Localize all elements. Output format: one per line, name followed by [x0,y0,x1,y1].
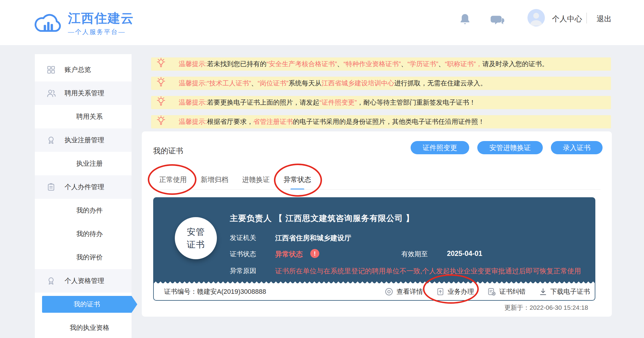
sidebar-item-label: 我的办件 [76,206,103,215]
status-badge: 异常状态 [275,250,303,259]
logout-link[interactable]: 退出 [597,14,612,24]
user-avatar[interactable] [527,9,545,26]
sidebar-item-label: 我的评价 [76,253,103,262]
nav-divider [586,13,587,23]
panel-button-3[interactable]: 录入证书 [551,141,603,154]
my-certificates-panel: 我的证书 证件照变更安管进赣换证录入证书 正常使用新增归档进赣换证异常状态 安管… [142,131,612,317]
status-label: 证书状态 [230,250,256,259]
certificate-number-label: 证书编号： [164,288,197,295]
tip-text-segment: 的电子证书采用的是身份证照片，其他类电子证书任沿用证件照！ [293,117,485,126]
tip-text-segment: 若要更换电子证书上面的照片，请发起 [207,98,319,107]
notification-bell-icon[interactable] [459,13,471,26]
sidebar-item-6[interactable]: 我的办件 [35,199,132,222]
cloud-logo-icon [33,9,63,38]
sidebar-item-7[interactable]: 我的待办 [35,222,132,246]
badge-line2: 证书 [187,238,205,251]
tip-text-segment: 省管注册证书 [253,117,293,126]
sidebar-item-1[interactable]: 聘用关系管理 [35,81,132,105]
certificate-actions: 查看详情业务办理证书纠错下载电子证书 [384,287,590,296]
sidebar-item-2[interactable]: 聘用关系 [35,105,132,128]
certificate-action-4[interactable]: 下载电子证书 [539,287,590,296]
sidebar-menu: 账户总览聘用关系管理聘用关系执业注册管理执业注册个人办件管理我的办件我的待办我的… [35,54,132,338]
grid-icon [47,65,56,75]
award-icon [47,276,56,286]
sidebar-item-9[interactable]: 个人资格管理 [35,269,132,293]
sidebar-item-label: 我的执业资格 [70,323,109,332]
sidebar-item-8[interactable]: 我的评价 [35,246,132,269]
serrated-edge [153,280,595,283]
certificate-card: 安管 证书 主要负责人 【 江西思文建筑咨询服务有限公司 】 发证机关 江西省住… [153,197,595,301]
tab-3[interactable]: 进赣换证 [242,175,270,184]
tab-1[interactable]: 正常使用 [159,175,187,184]
tip-text-segment: 温馨提示: [179,60,207,69]
certificate-title: 主要负责人 【 江西思文建筑咨询服务有限公司 】 [230,213,414,224]
download-icon [539,287,547,296]
tab-4-active[interactable]: 异常状态 [284,175,311,184]
issuer-label: 发证机关 [230,233,256,242]
page-title: 我的证书 [153,146,183,156]
tip-text-segment: 根据省厅要求， [207,117,253,126]
top-header: 江西住建云 —个人服务平台— 个人中心 退出 [0,0,644,45]
sidebar-active-banner[interactable]: 我的证书 [42,296,132,313]
tip-text-segment: “安全生产考核合格证书” [266,60,337,69]
sidebar-item-label: 执业注册管理 [65,136,104,145]
brand-subtitle: —个人服务平台— [68,28,134,36]
exclamation-icon: ! [310,249,319,258]
action-label: 查看详情 [396,287,423,296]
sidebar-item-10-active[interactable]: 我的证书 [35,293,132,316]
lightbulb-icon [156,115,172,128]
certificate-action-3[interactable]: 证书纠错 [487,287,526,296]
sidebar-item-label: 聘用关系管理 [65,89,104,98]
award-icon [47,135,56,145]
updated-timestamp: 更新于：2022-06-30 15:24:18 [504,303,588,312]
tip-text-segment: 江西省城乡建设培训中心 [321,79,394,88]
panel-button-2[interactable]: 安管进赣换证 [477,141,543,154]
sidebar-item-label: 个人资格管理 [65,276,104,285]
tip-banner-1: 温馨提示: 若未找到您已持有的 “安全生产考核合格证书” 、 “特种作业资格证书… [151,57,611,71]
tab-2[interactable]: 新增归档 [201,175,228,184]
certificate-card-body: 安管 证书 主要负责人 【 江西思文建筑咨询服务有限公司 】 发证机关 江西省住… [153,197,595,280]
issuer-value: 江西省住房和城乡建设厅 [275,233,351,243]
sidebar-item-4[interactable]: 执业注册 [35,152,132,175]
updated-label: 更新于： [504,304,530,311]
sidebar-item-3[interactable]: 执业注册管理 [35,128,132,152]
personal-center-link[interactable]: 个人中心 [552,14,582,24]
action-label: 下载电子证书 [550,287,590,296]
tip-text-segment: 、 [337,60,344,69]
tip-text-segment: 若未找到您已持有的 [207,60,266,69]
updated-time: 2022-06-30 15:24:18 [530,304,588,311]
valid-until-label: 有效期至 [401,250,428,259]
tip-text-segment: 、 [251,79,258,88]
tip-text-segment: 、 [438,60,445,69]
clipboard-icon [47,182,56,192]
sidebar-item-label: 我的证书 [74,300,100,309]
lightbulb-icon [156,58,172,70]
sidebar-item-0[interactable]: 账户总览 [35,58,132,81]
action-label: 证书纠错 [499,287,526,296]
tip-text-segment: 温馨提示: [179,98,207,107]
tip-text-segment: 温馨提示: [179,117,207,126]
sidebar-item-label: 账户总览 [65,65,91,74]
certificate-footer: 证书编号：赣建安A(2019)3008888 查看详情业务办理证书纠错下载电子证… [153,283,595,301]
certificate-action-1[interactable]: 查看详情 [384,287,423,296]
lightbulb-icon [156,77,172,90]
tabs-separator [153,189,600,190]
correct-icon [487,287,496,296]
sidebar-item-label: 执业注册 [76,159,103,168]
brand-logo-group: 江西住建云 —个人服务平台— [33,9,134,38]
tip-text-segment: “证件照变更” [319,98,357,107]
tip-text-segment: “学历证书” [407,60,438,69]
certificate-action-2[interactable]: 业务办理 [436,287,474,296]
tip-text-segment: 请及时录入您的证书。 [482,60,548,69]
panel-button-1[interactable]: 证件照变更 [411,141,469,154]
messages-chat-icon[interactable] [490,14,505,27]
sidebar-item-11[interactable]: 我的执业资格 [35,316,132,338]
tip-banner-4: 温馨提示: 根据省厅要求，省管注册证书的电子证书采用的是身份证照片，其他类电子证… [151,115,611,128]
tip-text-segment: 系统每天从 [288,79,321,88]
certificate-tabs: 正常使用新增归档进赣换证异常状态 [159,175,311,184]
tip-text-segment: 进行抓取，无需在住建云录入。 [394,79,487,88]
view-icon [384,287,393,296]
users-icon [47,88,56,98]
valid-until-value: 2025-04-01 [447,250,482,258]
sidebar-item-5[interactable]: 个人办件管理 [35,175,132,199]
